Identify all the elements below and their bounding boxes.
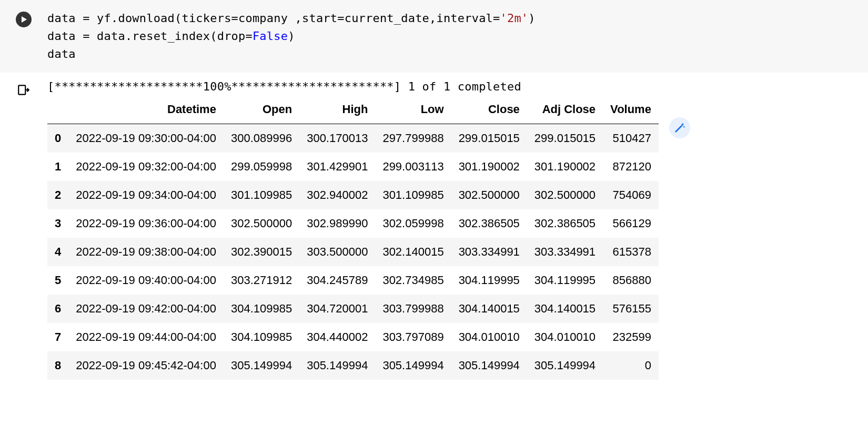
dataframe-wrap: DatetimeOpenHighLowCloseAdj CloseVolume … [47, 95, 659, 380]
dataframe-cell: 304.109985 [224, 323, 299, 351]
dataframe-cell: 2022-09-19 09:36:00-04:00 [68, 209, 224, 238]
output-content: [*********************100%**************… [47, 80, 868, 382]
dataframe-cell: 300.170013 [299, 124, 375, 153]
dataframe-cell: 566129 [603, 209, 659, 238]
dataframe-cell: 2022-09-19 09:30:00-04:00 [68, 124, 224, 153]
dataframe-cell: 2022-09-19 09:34:00-04:00 [68, 181, 224, 209]
dataframe-col-header: Volume [603, 95, 659, 124]
dataframe-cell: 305.149994 [527, 351, 603, 380]
table-row: 02022-09-19 09:30:00-04:00300.089996300.… [47, 124, 659, 153]
dataframe-cell: 297.799988 [375, 124, 451, 153]
code-line-1: data = yf.download(tickers=company ,star… [47, 12, 536, 25]
output-cell: [*********************100%**************… [0, 73, 868, 387]
dataframe-head: DatetimeOpenHighLowCloseAdj CloseVolume [47, 95, 659, 124]
dataframe-cell: 305.149994 [299, 351, 375, 380]
dataframe-cell: 300.089996 [224, 124, 299, 153]
dataframe-cell: 510427 [603, 124, 659, 153]
dataframe-cell: 302.500000 [527, 181, 603, 209]
dataframe-row-index: 4 [47, 238, 68, 266]
dataframe-cell: 301.109985 [224, 181, 299, 209]
dataframe-cell: 302.390015 [224, 238, 299, 266]
dataframe-row-index: 3 [47, 209, 68, 238]
dataframe-cell: 304.140015 [451, 295, 527, 323]
dataframe-cell: 302.386505 [527, 209, 603, 238]
dataframe-row-index: 2 [47, 181, 68, 209]
dataframe-cell: 2022-09-19 09:42:00-04:00 [68, 295, 224, 323]
dataframe-col-header: Open [224, 95, 299, 124]
dataframe-cell: 304.119995 [527, 266, 603, 295]
code-cell: data = yf.download(tickers=company ,star… [0, 0, 868, 73]
dataframe-row-index: 6 [47, 295, 68, 323]
dataframe-cell: 872120 [603, 153, 659, 181]
dataframe-cell: 302.734985 [375, 266, 451, 295]
code-cell-gutter [0, 9, 47, 63]
table-row: 32022-09-19 09:36:00-04:00302.500000302.… [47, 209, 659, 238]
code-editor[interactable]: data = yf.download(tickers=company ,star… [47, 9, 536, 63]
dataframe-cell: 305.149994 [451, 351, 527, 380]
output-gutter [0, 80, 47, 382]
dataframe-cell: 302.989990 [299, 209, 375, 238]
code-line-2: data = data.reset_index(drop=False) [47, 29, 295, 43]
play-icon [20, 16, 27, 23]
dataframe-cell: 305.149994 [224, 351, 299, 380]
dataframe-cell: 301.429901 [299, 153, 375, 181]
table-row: 22022-09-19 09:34:00-04:00301.109985302.… [47, 181, 659, 209]
suggest-charts-button[interactable] [669, 117, 690, 138]
dataframe-cell: 232599 [603, 323, 659, 351]
table-row: 72022-09-19 09:44:00-04:00304.109985304.… [47, 323, 659, 351]
dataframe-cell: 2022-09-19 09:45:42-04:00 [68, 351, 224, 380]
dataframe-cell: 304.245789 [299, 266, 375, 295]
dataframe-cell: 303.500000 [299, 238, 375, 266]
dataframe-row-index: 0 [47, 124, 68, 153]
dataframe-cell: 304.440002 [299, 323, 375, 351]
table-row: 82022-09-19 09:45:42-04:00305.149994305.… [47, 351, 659, 380]
dataframe-cell: 304.720001 [299, 295, 375, 323]
dataframe-cell: 304.010010 [451, 323, 527, 351]
dataframe-cell: 2022-09-19 09:40:00-04:00 [68, 266, 224, 295]
table-row: 12022-09-19 09:32:00-04:00299.059998301.… [47, 153, 659, 181]
svg-rect-1 [18, 86, 25, 95]
dataframe-table: DatetimeOpenHighLowCloseAdj CloseVolume … [47, 95, 659, 380]
dataframe-col-header: Low [375, 95, 451, 124]
dataframe-cell: 305.149994 [375, 351, 451, 380]
dataframe-row-index: 7 [47, 323, 68, 351]
dataframe-cell: 2022-09-19 09:32:00-04:00 [68, 153, 224, 181]
dataframe-cell: 302.140015 [375, 238, 451, 266]
dataframe-cell: 301.190002 [527, 153, 603, 181]
dataframe-cell: 576155 [603, 295, 659, 323]
dataframe-cell: 856880 [603, 266, 659, 295]
dataframe-cell: 754069 [603, 181, 659, 209]
dataframe-cell: 299.003113 [375, 153, 451, 181]
dataframe-cell: 303.334991 [527, 238, 603, 266]
dataframe-cell: 299.059998 [224, 153, 299, 181]
table-row: 42022-09-19 09:38:00-04:00302.390015303.… [47, 238, 659, 266]
output-indicator-icon [17, 83, 31, 382]
dataframe-cell: 303.334991 [451, 238, 527, 266]
dataframe-cell: 299.015015 [527, 124, 603, 153]
dataframe-row-index: 8 [47, 351, 68, 380]
dataframe-row-index: 1 [47, 153, 68, 181]
table-row: 52022-09-19 09:40:00-04:00303.271912304.… [47, 266, 659, 295]
table-row: 62022-09-19 09:42:00-04:00304.109985304.… [47, 295, 659, 323]
dataframe-col-header: Close [451, 95, 527, 124]
dataframe-cell: 302.500000 [224, 209, 299, 238]
dataframe-cell: 304.010010 [527, 323, 603, 351]
dataframe-cell: 2022-09-19 09:44:00-04:00 [68, 323, 224, 351]
dataframe-cell: 302.500000 [451, 181, 527, 209]
download-progress-text: [*********************100%**************… [47, 80, 868, 93]
dataframe-cell: 301.109985 [375, 181, 451, 209]
dataframe-col-header: Adj Close [527, 95, 603, 124]
run-cell-button[interactable] [16, 12, 32, 27]
dataframe-index-header [47, 95, 68, 124]
dataframe-cell: 304.109985 [224, 295, 299, 323]
dataframe-col-header: High [299, 95, 375, 124]
dataframe-cell: 0 [603, 351, 659, 380]
dataframe-cell: 302.386505 [451, 209, 527, 238]
dataframe-cell: 301.190002 [451, 153, 527, 181]
magic-wand-icon [674, 122, 685, 134]
svg-marker-0 [22, 16, 27, 23]
dataframe-cell: 303.797089 [375, 323, 451, 351]
dataframe-row-index: 5 [47, 266, 68, 295]
dataframe-body: 02022-09-19 09:30:00-04:00300.089996300.… [47, 124, 659, 380]
dataframe-cell: 303.799988 [375, 295, 451, 323]
